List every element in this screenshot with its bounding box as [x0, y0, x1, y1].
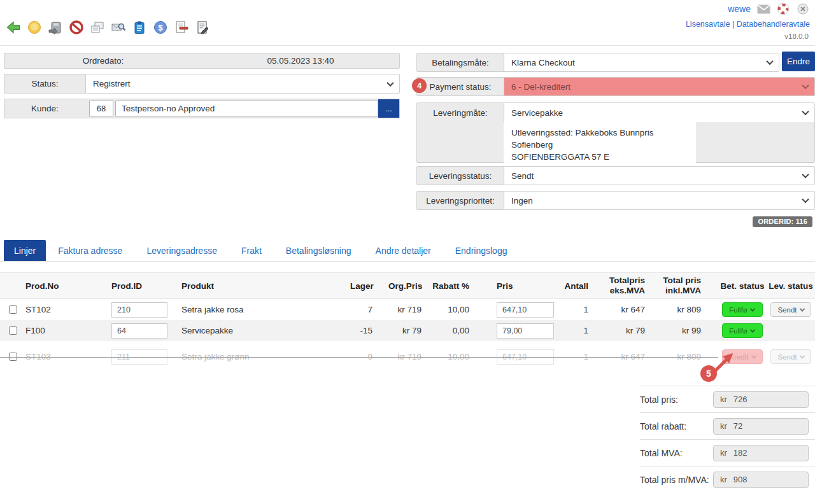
prodid-field[interactable] [111, 302, 167, 318]
chevron-down-icon [766, 58, 773, 65]
currency-prefix: kr [720, 448, 727, 458]
cell-total-eks: kr 79 [606, 326, 662, 335]
total-pris-mva-label: Total pris m/MVA: [640, 475, 709, 485]
leveringsstatus-value: Sendt [511, 171, 534, 181]
back-icon[interactable] [5, 19, 22, 36]
row-checkbox[interactable] [9, 305, 17, 314]
header-divider [0, 45, 815, 46]
link-separator: | [732, 20, 734, 29]
col-header-totalpris-eks: Totalpris eks.MVA [606, 276, 662, 296]
payment-status-label: Payment status: [417, 78, 504, 95]
lev-status-select[interactable]: Sendt [770, 349, 811, 364]
total-rabatt-label: Total rabatt: [640, 421, 686, 431]
betalingsmate-row: Betalingsmåte: Klarna Checkout [416, 53, 779, 72]
leveringsprioritet-select[interactable]: Ingen [504, 192, 814, 209]
tab-andre-detaljer[interactable]: Andre detaljer [364, 240, 443, 261]
cell-total-inkl: kr 99 [662, 326, 718, 335]
lev-status-select[interactable]: Sendt [770, 302, 811, 317]
close-icon[interactable] [796, 3, 810, 15]
tab-betalingslosning[interactable]: Betalingsløsning [274, 240, 364, 261]
tab-leveringsadresse[interactable]: Leveringsadresse [134, 240, 229, 261]
cell-antall: 1 [558, 326, 606, 335]
document-remove-icon[interactable] [173, 19, 190, 36]
license-link[interactable]: Lisensavtale [686, 20, 730, 29]
leveringsprioritet-row: Leveringsprioritet: Ingen [416, 191, 815, 210]
chevron-down-icon [802, 82, 809, 89]
total-pris-mva-field: kr908 [713, 472, 809, 488]
svg-text:$: $ [158, 23, 163, 32]
total-mva-value: 182 [734, 448, 748, 458]
currency-icon[interactable]: $ [152, 19, 169, 36]
cell-total-eks: kr 647 [606, 305, 662, 314]
betalingsmate-select[interactable]: Klarna Checkout [504, 53, 779, 71]
endre-button[interactable]: Endre [782, 52, 815, 71]
step-badge-5-number: 5 [706, 368, 711, 379]
cell-lager: -15 [350, 326, 388, 335]
bet-status-select[interactable]: Fullfø [722, 302, 763, 317]
leveringmate-label: Leveringmåte: [417, 103, 504, 122]
bet-status-value: Fullfø [729, 327, 748, 335]
col-header-rabatt: Rabatt % [428, 281, 476, 291]
user-link[interactable]: wewe [728, 4, 751, 14]
table-row-cancelled: ST103 Setra jakke grønn 9 kr 719 10,00 1… [0, 346, 815, 367]
bet-status-select[interactable]: Fullfø [722, 323, 763, 338]
save-export-icon[interactable] [47, 19, 64, 36]
leveringsstatus-label: Leveringsstatus: [417, 167, 504, 185]
total-pris-row: Total pris: kr726 [640, 386, 815, 412]
document-edit-icon[interactable] [194, 19, 211, 36]
kunde-name-field[interactable] [115, 101, 378, 116]
ordredato-value: 05.05.2023 13:40 [202, 53, 399, 68]
help-lifering-icon[interactable] [776, 3, 790, 15]
tab-linjer[interactable]: Linjer [4, 240, 46, 261]
chevron-down-icon [750, 306, 755, 311]
tab-faktura-adresse[interactable]: Faktura adresse [46, 240, 134, 261]
tab-endringslogg[interactable]: Endringslogg [443, 240, 520, 261]
leveringmate-row: Leveringmåte: Servicepakke Utleveringsst… [416, 102, 815, 163]
leveringsstatus-select[interactable]: Sendt [504, 167, 814, 185]
mail-search-icon[interactable] [110, 19, 127, 36]
tab-frakt[interactable]: Frakt [229, 240, 274, 261]
total-pris-mva-value: 908 [734, 475, 748, 484]
print-copy-icon[interactable] [89, 19, 106, 36]
cell-total-inkl: kr 809 [662, 305, 718, 314]
kunde-id-field[interactable] [89, 101, 113, 116]
chevron-down-icon [802, 171, 809, 178]
cell-prodno: F100 [25, 326, 111, 335]
status-label: Status: [4, 74, 85, 93]
dpa-link[interactable]: Databehandleravtale [737, 20, 810, 29]
cell-lager: 7 [350, 305, 388, 314]
step-badge-4: 4 [412, 78, 427, 93]
pris-field[interactable] [497, 323, 554, 339]
mail-icon[interactable] [756, 3, 770, 15]
coin-icon[interactable] [26, 19, 43, 36]
kunde-browse-button[interactable]: ... [378, 99, 399, 118]
status-select[interactable]: Registrert [85, 74, 399, 93]
prodid-field[interactable] [111, 323, 167, 339]
total-mva-label: Total MVA: [640, 448, 683, 458]
cell-antall: 1 [558, 305, 606, 314]
total-rabatt-row: Total rabatt: kr72 [640, 412, 815, 439]
payment-status-select[interactable]: 6 - Del-kreditert [504, 78, 814, 95]
pris-field[interactable] [497, 302, 554, 318]
table-row: ST102 Setra jakke rosa 7 kr 719 10,00 1 … [0, 299, 815, 320]
cell-produkt: Setra jakke rosa [181, 305, 350, 314]
currency-prefix: kr [720, 475, 727, 484]
status-row: Status: Registrert [4, 74, 400, 94]
row-checkbox[interactable] [9, 326, 17, 335]
leveringsprioritet-value: Ingen [511, 196, 533, 206]
cancel-icon[interactable] [68, 19, 85, 36]
cell-orgpris: kr 719 [388, 305, 428, 314]
total-pris-label: Total pris: [640, 395, 678, 405]
col-header-bet-status: Bet. status [718, 281, 767, 291]
tab-bar: Linjer Faktura adresse Leveringsadresse … [4, 240, 519, 261]
clipboard-icon[interactable] [131, 19, 148, 36]
chevron-down-icon [799, 306, 804, 311]
leveringmate-select[interactable]: Servicepakke [504, 103, 814, 122]
step-badge-5-callout: 5 [697, 348, 742, 383]
total-rabatt-value: 72 [734, 421, 742, 431]
order-lines-table: Prod.No Prod.ID Produkt Lager Org.Pris R… [0, 272, 815, 367]
cell-orgpris: kr 79 [388, 326, 428, 335]
orderid-badge: ORDERID: 116 [753, 216, 812, 227]
totals-panel: Total pris: kr726 Total rabatt: kr72 Tot… [640, 386, 815, 493]
total-mva-field: kr182 [713, 445, 809, 461]
